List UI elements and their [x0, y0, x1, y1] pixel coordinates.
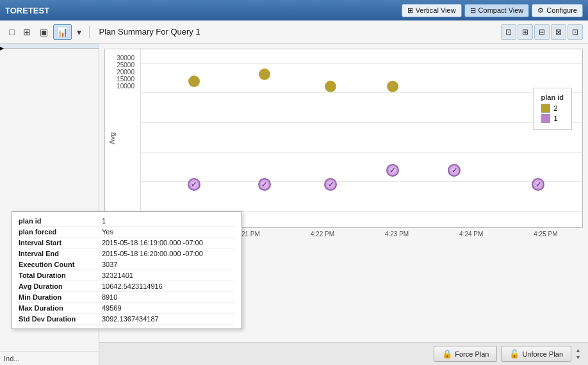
bottom-bar: 🔒 Force Plan 🔓 Unforce Plan ▲ ▼ [99, 342, 588, 365]
unforce-plan-label: Unforce Plan [522, 350, 563, 358]
vertical-view-label: Vertical View [416, 6, 456, 14]
info-row-interval-end: Interval End 2015-05-18 16:20:00.000 -07… [19, 248, 235, 259]
info-label-std-dev: Std Dev Duration [19, 315, 102, 323]
toolbar-btn-1[interactable]: □ [5, 24, 18, 40]
info-row-interval-start: Interval Start 2015-05-18 16:19:00.000 -… [19, 238, 235, 248]
compact-view-icon: ⊟ [470, 6, 476, 15]
info-value-total-duration: 32321401 [102, 272, 133, 279]
info-value-plan-forced: Yes [102, 228, 113, 236]
info-row-avg-duration: Avg Duration 10642.5423114916 [19, 281, 235, 292]
chart-plot [140, 49, 582, 227]
info-label-interval-end: Interval End [19, 250, 102, 257]
legend-color-2 [541, 104, 550, 113]
legend-color-1 [541, 114, 550, 123]
info-label-plan-forced: plan forced [19, 228, 102, 236]
info-row-plan-id: plan id 1 [19, 216, 235, 227]
chart-container: Avg 30000 25000 20000 15000 10000 [104, 49, 583, 228]
toolbar-btn-dropdown[interactable]: ▾ [73, 24, 85, 40]
toolbar-separator [89, 26, 90, 38]
info-value-std-dev: 3092.1367434187 [102, 315, 159, 323]
info-value-max-duration: 49569 [102, 304, 122, 312]
toolbar: □ ⊞ ▣ 📊 ▾ Plan Summary For Query 1 ⊡ ⊞ ⊟… [0, 20, 588, 44]
info-label-avg-duration: Avg Duration [19, 282, 102, 290]
configure-btn[interactable]: ⚙ Configure [532, 4, 583, 17]
grid-line-2 [141, 92, 582, 93]
toolbar-icon-4[interactable]: ⊠ [551, 24, 566, 40]
left-panel-collapse[interactable]: ▸ [0, 44, 99, 49]
info-label-total-duration: Total Duration [19, 272, 102, 279]
info-label-interval-start: Interval Start [19, 239, 102, 247]
dot-gold-4[interactable] [387, 81, 398, 92]
dot-gold-1[interactable] [188, 76, 200, 87]
unforce-plan-icon: 🔓 [509, 349, 519, 359]
info-value-min-duration: 8910 [102, 293, 117, 301]
info-value-plan-id: 1 [102, 217, 106, 225]
dot-checked-3[interactable] [324, 178, 337, 191]
force-plan-icon: 🔒 [442, 349, 452, 359]
info-value-interval-start: 2015-05-18 16:19:00.000 -07:00 [102, 239, 203, 247]
legend-label-1: 1 [554, 115, 558, 122]
dot-checked-6[interactable] [532, 178, 544, 191]
toolbar-icon-3[interactable]: ⊟ [534, 24, 550, 40]
info-row-max-duration: Max Duration 49569 [19, 303, 235, 314]
force-plan-label: Force Plan [455, 350, 489, 358]
left-panel-footer-label: Ind... [0, 352, 99, 365]
compact-view-label: Compact View [478, 6, 524, 14]
toolbar-btn-2[interactable]: ⊞ [19, 24, 35, 40]
info-panel: plan id 1 plan forced Yes Interval Start… [12, 211, 242, 329]
y-tick-10000: 10000 [117, 83, 135, 90]
info-row-std-dev: Std Dev Duration 3092.1367434187 [19, 314, 235, 325]
info-label-exec-count: Execution Count [19, 261, 102, 268]
scroll-arrow-down[interactable]: ▲ ▼ [575, 347, 583, 361]
y-tick-15000: 15000 [117, 76, 135, 83]
configure-icon: ⚙ [537, 6, 544, 15]
info-label-max-duration: Max Duration [19, 304, 102, 312]
toolbar-icon-1[interactable]: ⊡ [501, 24, 516, 40]
info-row-total-duration: Total Duration 32321401 [19, 270, 235, 281]
toolbar-icon-2[interactable]: ⊞ [518, 24, 533, 40]
y-tick-30000: 30000 [117, 54, 135, 61]
app-title: TORETEST [5, 6, 396, 15]
toolbar-btn-chart[interactable]: 📊 [53, 24, 72, 40]
dot-gold-2[interactable] [259, 69, 270, 80]
legend-item-1: 1 [541, 114, 564, 123]
toolbar-icon-5[interactable]: ⊡ [568, 24, 583, 40]
grid-line-5 [141, 181, 582, 182]
dot-checked-5[interactable] [448, 164, 461, 177]
x-label-5: 4:25 PM [534, 231, 557, 238]
unforce-plan-btn[interactable]: 🔓 Unforce Plan [501, 346, 571, 362]
x-label-3: 4:23 PM [385, 231, 409, 238]
configure-label: Configure [546, 6, 577, 14]
chart-legend: plan id 2 1 [533, 88, 572, 130]
vertical-view-icon: ⊞ [407, 6, 413, 15]
toolbar-right: ⊡ ⊞ ⊟ ⊠ ⊡ [501, 24, 583, 40]
vertical-view-btn[interactable]: ⊞ Vertical View [402, 4, 462, 17]
dot-gold-3[interactable] [325, 81, 336, 92]
dot-checked-1[interactable] [188, 178, 200, 191]
info-label-min-duration: Min Duration [19, 293, 102, 301]
x-label-4: 4:24 PM [459, 231, 483, 238]
info-value-interval-end: 2015-05-18 16:20:00.000 -07:00 [102, 250, 203, 257]
dot-checked-2[interactable] [258, 178, 271, 191]
info-row-plan-forced: plan forced Yes [19, 227, 235, 238]
y-axis-label: Avg [108, 133, 116, 145]
plan-title: Plan Summary For Query 1 [99, 27, 500, 36]
toolbar-btn-3[interactable]: ▣ [36, 24, 52, 40]
y-axis: 30000 25000 20000 15000 10000 [105, 49, 137, 102]
info-row-min-duration: Min Duration 8910 [19, 292, 235, 303]
grid-line-4 [141, 152, 582, 153]
info-value-avg-duration: 10642.5423114916 [102, 282, 163, 290]
compact-view-btn[interactable]: ⊟ Compact View [464, 4, 530, 17]
dot-checked-4[interactable] [386, 164, 399, 177]
legend-item-2: 2 [541, 104, 564, 113]
title-bar: TORETEST ⊞ Vertical View ⊟ Compact View … [0, 0, 588, 20]
info-label-plan-id: plan id [19, 217, 102, 225]
y-tick-25000: 25000 [117, 61, 135, 69]
title-bar-actions: ⊞ Vertical View ⊟ Compact View ⚙ Configu… [402, 4, 583, 17]
force-plan-btn[interactable]: 🔒 Force Plan [434, 346, 497, 362]
y-tick-20000: 20000 [117, 69, 135, 76]
legend-label-2: 2 [554, 104, 558, 112]
info-row-exec-count: Execution Count 3037 [19, 259, 235, 270]
x-label-2: 4:22 PM [311, 231, 334, 238]
info-value-exec-count: 3037 [102, 261, 117, 268]
